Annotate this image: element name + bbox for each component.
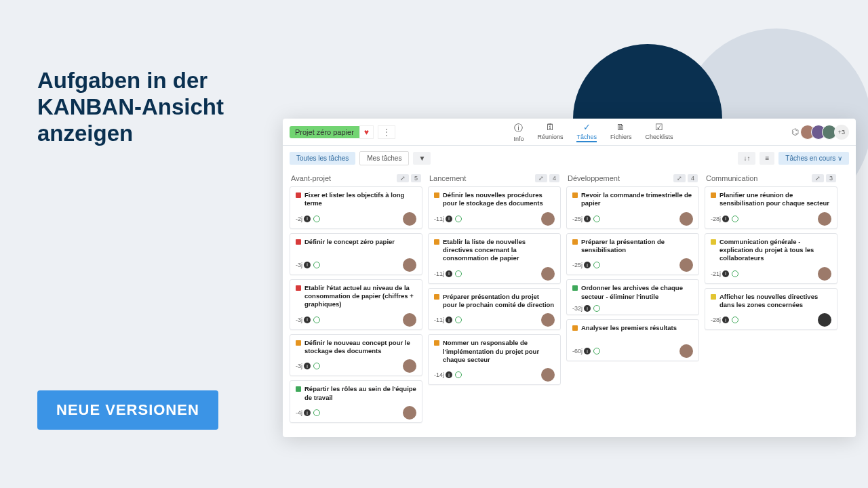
priority-tag (296, 192, 301, 198)
new-versions-button[interactable]: NEUE VERSIONEN (37, 390, 218, 430)
main-tabs: ⓘInfo 🗓Réunions ✓Tâches 🗎Fichiers ☑Check… (513, 122, 673, 142)
tab-info[interactable]: ⓘInfo (513, 122, 524, 142)
task-meta: -60ji (572, 348, 600, 354)
status-filter-dropdown[interactable]: Tâches en cours ∨ (778, 152, 849, 165)
info-badge-icon: i (584, 216, 591, 222)
column-title: Lancement (429, 174, 466, 182)
task-meta: -11ji (434, 270, 462, 277)
tab-checklists[interactable]: ☑Checklists (646, 122, 673, 142)
assignee-avatar[interactable] (679, 344, 693, 358)
expand-icon[interactable]: ⤢ (535, 174, 547, 182)
progress-ring-icon (455, 216, 462, 222)
task-title: Fixer et lister les objectifs à long ter… (304, 191, 416, 208)
column-count: 5 (411, 174, 421, 182)
info-badge-icon: i (446, 371, 452, 378)
task-days: -60j (572, 348, 583, 354)
task-days: -11j (434, 216, 444, 222)
tab-reunions[interactable]: 🗓Réunions (537, 122, 563, 142)
task-title: Nommer un responsable de l'implémentatio… (443, 339, 555, 364)
column-count: 3 (826, 174, 836, 182)
progress-ring-icon (593, 262, 600, 268)
assignee-avatar[interactable] (541, 267, 555, 281)
assignee-avatar[interactable] (403, 313, 416, 327)
task-title: Analyser les premiers résultats (581, 324, 677, 332)
assignee-avatar[interactable] (541, 313, 555, 327)
avatar-more[interactable]: +3 (834, 125, 849, 140)
priority-tag (572, 239, 578, 245)
task-card[interactable]: Définir le concept zéro papier-3ji (290, 233, 422, 275)
task-card[interactable]: Afficher les nouvelles directives dans l… (705, 288, 837, 331)
progress-ring-icon (313, 363, 320, 369)
task-card[interactable]: Revoir la commande trimestrielle de papi… (566, 186, 699, 229)
assignee-avatar[interactable] (818, 267, 831, 281)
priority-tag (572, 285, 578, 291)
task-card[interactable]: Planifier une réunion de sensibilisation… (705, 186, 837, 229)
progress-ring-icon (455, 371, 462, 378)
info-badge-icon: i (446, 270, 452, 277)
task-days: -25j (572, 262, 583, 268)
assignee-avatar[interactable] (818, 212, 831, 226)
org-chart-icon[interactable]: ⌬ (791, 127, 799, 137)
priority-tag (296, 239, 301, 245)
filter-icon[interactable]: ▼ (413, 152, 431, 165)
task-card[interactable]: Nommer un responsable de l'implémentatio… (428, 334, 561, 385)
more-menu-icon[interactable]: ⋮ (378, 125, 395, 139)
tab-label: Tâches (576, 134, 597, 140)
assignee-avatar[interactable] (541, 212, 555, 226)
assignee-avatar[interactable] (818, 313, 831, 327)
info-badge-icon: i (584, 262, 591, 268)
task-card[interactable]: Définir le nouveau concept pour le stock… (290, 334, 422, 377)
task-title: Répartir les rôles au sein de l'équipe d… (304, 385, 416, 402)
task-days: -3j (296, 262, 302, 268)
sort-icon[interactable]: ↓↑ (738, 152, 755, 165)
assignee-avatar[interactable] (541, 368, 555, 382)
task-card[interactable]: Fixer et lister les objectifs à long ter… (290, 186, 422, 229)
assignee-avatar[interactable] (679, 258, 693, 272)
progress-ring-icon (732, 216, 738, 222)
expand-icon[interactable]: ⤢ (397, 174, 409, 182)
project-chip[interactable]: Projet zéro papier (290, 126, 359, 138)
task-card[interactable]: Analyser les premiers résultats-60ji (566, 319, 699, 361)
expand-icon[interactable]: ⤢ (812, 174, 824, 182)
expand-icon[interactable]: ⤢ (673, 174, 686, 182)
assignee-avatar[interactable] (403, 258, 416, 272)
priority-tag (572, 325, 578, 331)
priority-tag (711, 239, 716, 245)
info-badge-icon: i (722, 270, 729, 277)
task-meta: -3ji (296, 317, 320, 323)
kanban-column: Avant-projet⤢5Fixer et lister les object… (290, 170, 422, 427)
assignee-avatar[interactable] (403, 406, 416, 420)
column-title: Communication (706, 174, 757, 182)
assignee-avatar[interactable] (403, 359, 416, 373)
task-card[interactable]: Etablir l'état actuel au niveau de la co… (290, 279, 422, 330)
filter-all-tasks[interactable]: Toutes les tâches (290, 152, 355, 165)
progress-ring-icon (593, 305, 600, 312)
task-card[interactable]: Communication générale - explication du … (705, 233, 837, 284)
task-card[interactable]: Préparer présentation du projet pour le … (428, 288, 561, 331)
tab-taches[interactable]: ✓Tâches (576, 122, 597, 142)
progress-ring-icon (313, 317, 320, 323)
task-card[interactable]: Ordonner les archives de chaque secteur … (566, 279, 699, 315)
tab-label: Checklists (646, 134, 673, 140)
app-topbar: Projet zéro papier ♥ ⋮ ⓘInfo 🗓Réunions ✓… (283, 119, 856, 146)
assignee-avatar[interactable] (679, 212, 693, 226)
task-meta: -11ji (434, 216, 462, 222)
priority-tag (711, 192, 716, 198)
task-card[interactable]: Etablir la liste de nouvelles directives… (428, 233, 561, 284)
tab-label: Réunions (537, 134, 563, 140)
progress-ring-icon (313, 262, 320, 268)
member-avatars[interactable]: +3 (804, 125, 849, 140)
task-title: Etablir la liste de nouvelles directives… (443, 238, 555, 263)
task-title: Définir le concept zéro papier (304, 238, 395, 246)
favorite-icon[interactable]: ♥ (359, 125, 374, 139)
task-meta: -14ji (434, 371, 462, 378)
filter-my-tasks[interactable]: Mes tâches (359, 151, 409, 165)
priority-tag (296, 340, 301, 346)
task-card[interactable]: Répartir les rôles au sein de l'équipe d… (290, 380, 422, 423)
task-card[interactable]: Définir les nouvelles procédures pour le… (428, 186, 561, 229)
task-card[interactable]: Préparer la présentation de sensibilisat… (566, 233, 699, 276)
tab-fichiers[interactable]: 🗎Fichiers (610, 122, 632, 142)
list-view-icon[interactable]: ≡ (760, 152, 774, 165)
column-header: Communication⤢3 (705, 170, 837, 186)
assignee-avatar[interactable] (403, 212, 416, 226)
